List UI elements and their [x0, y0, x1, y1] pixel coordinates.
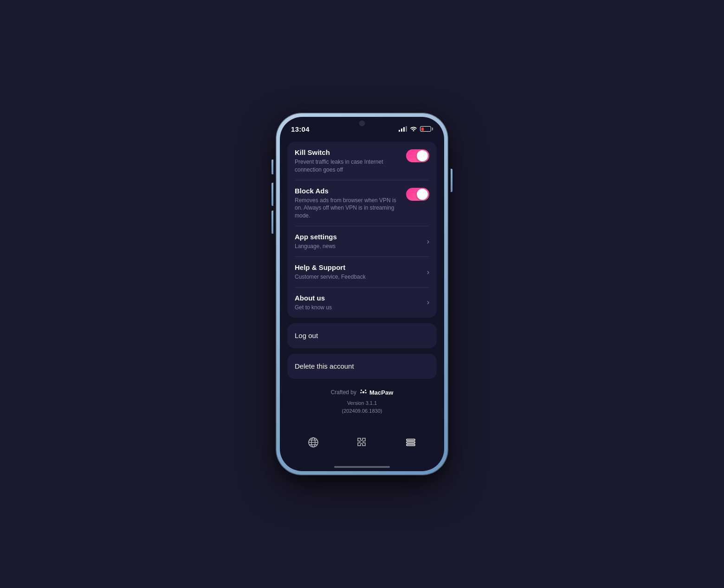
content-area[interactable]: Kill Switch Prevent traffic leaks in cas… [280, 137, 444, 429]
battery-icon [420, 126, 433, 132]
about-us-item[interactable]: About us Get to know us › [287, 288, 437, 318]
app-settings-item[interactable]: App settings Language, news › [287, 226, 437, 257]
block-ads-toggle[interactable] [406, 188, 429, 201]
nav-tab-puzzle[interactable] [356, 436, 368, 449]
camera [359, 121, 365, 126]
block-ads-desc: Removes ads from browser when VPN is on.… [295, 197, 401, 220]
volume-up-button [272, 183, 273, 206]
kill-switch-desc: Prevent traffic leaks in case Internet c… [295, 158, 401, 174]
version-info: Version 3.1.1 (202409.06.1830) [287, 399, 437, 415]
svg-point-3 [360, 392, 362, 394]
block-ads-title: Block Ads [295, 187, 401, 195]
nav-tab-globe[interactable] [307, 436, 320, 449]
macpaw-brand: MacPaw [359, 388, 393, 396]
about-us-subtitle: Get to know us [295, 304, 427, 312]
power-button [451, 169, 452, 192]
macpaw-name: MacPaw [369, 389, 393, 396]
wifi-icon [410, 125, 417, 133]
settings-card: Kill Switch Prevent traffic leaks in cas… [287, 142, 437, 318]
nav-tab-settings[interactable] [404, 436, 417, 449]
delete-account-button[interactable]: Delete this account [287, 354, 437, 379]
puzzle-icon [356, 436, 368, 449]
logout-button[interactable]: Log out [287, 323, 437, 348]
globe-icon [307, 436, 320, 449]
svg-point-4 [365, 392, 367, 394]
svg-rect-12 [407, 444, 415, 446]
mute-button [272, 160, 273, 174]
macpaw-icon [359, 388, 368, 396]
app-settings-subtitle: Language, news [295, 243, 427, 250]
status-time: 13:04 [291, 125, 310, 133]
app-settings-chevron: › [427, 237, 429, 246]
svg-rect-11 [407, 442, 415, 443]
block-ads-item: Block Ads Removes ads from browser when … [287, 180, 437, 226]
phone-screen: 13:04 [280, 117, 444, 471]
status-icons [399, 125, 433, 133]
home-indicator [280, 463, 444, 471]
settings-icon [404, 436, 417, 449]
footer: Crafted by MacPaw Version 3.1.1 [287, 384, 437, 416]
signal-icon [399, 126, 407, 132]
about-us-title: About us [295, 294, 427, 302]
svg-rect-10 [407, 439, 415, 441]
bottom-nav [280, 429, 444, 463]
svg-point-0 [362, 391, 365, 394]
notch [332, 117, 392, 131]
kill-switch-item: Kill Switch Prevent traffic leaks in cas… [287, 142, 437, 180]
help-support-subtitle: Customer service, Feedback [295, 273, 427, 281]
delete-label: Delete this account [295, 362, 354, 370]
kill-switch-title: Kill Switch [295, 148, 401, 156]
svg-point-1 [361, 390, 362, 391]
help-support-item[interactable]: Help & Support Customer service, Feedbac… [287, 257, 437, 288]
svg-point-2 [365, 390, 366, 391]
volume-down-button [272, 211, 273, 234]
help-support-chevron: › [427, 268, 429, 276]
about-us-chevron: › [427, 298, 429, 307]
version-number: Version 3.1.1 [287, 399, 437, 407]
kill-switch-toggle[interactable] [406, 149, 429, 162]
logout-label: Log out [295, 332, 318, 339]
app-settings-title: App settings [295, 233, 427, 241]
crafted-by-text: Crafted by [331, 389, 356, 396]
phone-frame: 13:04 [276, 113, 448, 475]
build-number: (202409.06.1830) [287, 407, 437, 415]
help-support-title: Help & Support [295, 263, 427, 271]
